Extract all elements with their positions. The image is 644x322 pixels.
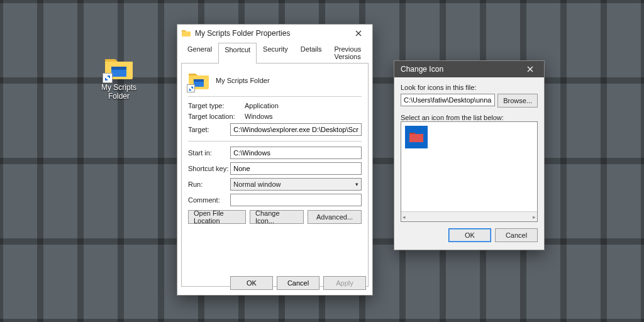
target-input[interactable] (230, 123, 362, 136)
tab-details[interactable]: Details (294, 42, 328, 63)
close-icon[interactable] (348, 26, 369, 40)
change-icon-titlebar[interactable]: Change Icon (394, 61, 544, 77)
cancel-button[interactable]: Cancel (277, 276, 319, 290)
browse-button[interactable]: Browse... (497, 94, 538, 108)
run-value: Normal window (233, 180, 280, 188)
label-target-location: Target location: (188, 113, 245, 120)
advanced-button[interactable]: Advanced... (308, 210, 362, 224)
scroll-right-icon[interactable]: ▸ (533, 214, 536, 220)
svg-rect-3 (194, 79, 204, 82)
tab-previous-versions[interactable]: Previous Versions (328, 42, 369, 63)
change-icon-title: Change Icon (398, 65, 520, 74)
desktop-shortcut[interactable]: My Scripts Folder (94, 55, 143, 101)
properties-titlebar[interactable]: My Scripts Folder Properties (177, 25, 372, 42)
icon-list[interactable]: ◂ ▸ (401, 121, 538, 222)
select-icon-label: Select an icon from the list below: (401, 114, 538, 121)
tab-security[interactable]: Security (257, 42, 294, 63)
close-icon[interactable] (520, 62, 540, 76)
label-target-type: Target type: (188, 102, 245, 109)
change-icon-button[interactable]: Change Icon... (250, 210, 304, 224)
run-select[interactable]: Normal window ▾ (230, 178, 362, 191)
folder-icon (104, 55, 134, 80)
shortcut-name: My Scripts Folder (216, 77, 270, 84)
label-start-in: Start in: (188, 149, 230, 157)
label-run: Run: (188, 180, 230, 188)
start-in-input[interactable] (230, 147, 362, 159)
ok-button[interactable]: OK (448, 228, 491, 242)
folder-icon (188, 71, 209, 90)
properties-title: My Scripts Folder Properties (195, 29, 348, 38)
shortcut-label: My Scripts Folder (94, 83, 143, 101)
svg-rect-1 (111, 67, 126, 70)
tab-shortcut[interactable]: Shortcut (218, 43, 257, 64)
value-target-type: Application (245, 102, 362, 109)
label-target: Target: (188, 126, 230, 133)
label-shortcut-key: Shortcut key: (188, 165, 230, 172)
scroll-left-icon[interactable]: ◂ (402, 214, 406, 220)
open-file-location-button[interactable]: Open File Location (188, 210, 246, 224)
icon-list-scrollbar[interactable]: ◂ ▸ (401, 211, 537, 221)
folder-icon (181, 28, 191, 38)
icon-option-folder[interactable] (405, 126, 428, 148)
shortcut-key-input[interactable] (230, 162, 362, 175)
tab-strip: General Shortcut Security Details Previo… (177, 42, 372, 63)
label-comment: Comment: (188, 196, 230, 204)
properties-dialog: My Scripts Folder Properties General Sho… (177, 24, 373, 296)
apply-button[interactable]: Apply (323, 276, 366, 290)
comment-input[interactable] (230, 194, 362, 206)
cancel-button[interactable]: Cancel (495, 228, 538, 242)
chevron-down-icon: ▾ (355, 181, 358, 187)
shortcut-arrow-icon (187, 84, 195, 92)
ok-button[interactable]: OK (230, 276, 273, 290)
tab-general[interactable]: General (181, 42, 218, 63)
shortcut-tab-page: My Scripts Folder Target type: Applicati… (181, 63, 369, 287)
shortcut-arrow-icon (103, 73, 113, 83)
look-for-icons-label: Look for icons in this file: (401, 84, 538, 91)
change-icon-dialog: Change Icon Look for icons in this file:… (394, 60, 545, 250)
icon-path-input[interactable] (401, 94, 495, 106)
value-target-location: Windows (245, 113, 362, 120)
